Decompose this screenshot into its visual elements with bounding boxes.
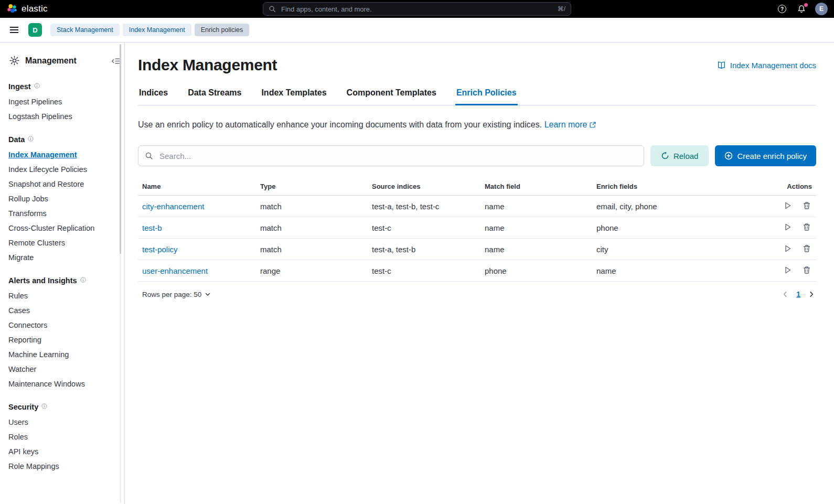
policy-type: match bbox=[256, 217, 368, 239]
sidebar-title: Management bbox=[25, 56, 77, 66]
newsfeed-button[interactable] bbox=[796, 3, 807, 15]
user-avatar[interactable]: E bbox=[815, 3, 828, 15]
sidebar-item-connectors[interactable]: Connectors bbox=[8, 318, 115, 333]
delete-policy-button[interactable] bbox=[801, 243, 812, 255]
enrich-policies-table: Name Type Source indices Match field Enr… bbox=[138, 178, 816, 282]
help-button[interactable]: ? bbox=[776, 3, 788, 15]
table-footer: Rows per page: 50 1 bbox=[138, 289, 816, 299]
reload-button[interactable]: Reload bbox=[650, 145, 709, 166]
table-row: city-enhancement match test-a, test-b, t… bbox=[138, 196, 816, 217]
column-header-match-field: Match field bbox=[480, 178, 592, 196]
page-number-1[interactable]: 1 bbox=[796, 290, 800, 298]
info-icon bbox=[34, 83, 40, 89]
sidebar-item-cases[interactable]: Cases bbox=[8, 303, 115, 318]
sidebar-item-roles[interactable]: Roles bbox=[8, 430, 115, 444]
sidebar-item-rules[interactable]: Rules bbox=[8, 288, 115, 303]
sidebar-item-remote-clusters[interactable]: Remote Clusters bbox=[8, 235, 115, 250]
sidebar-item-users[interactable]: Users bbox=[8, 415, 115, 430]
sidebar-item-cross-cluster-replication[interactable]: Cross-Cluster Replication bbox=[8, 221, 115, 235]
brand-wordmark: elastic bbox=[22, 4, 48, 14]
sidebar-section-security: Security Users Roles API keys Role Mappi… bbox=[8, 403, 115, 474]
execute-policy-button[interactable] bbox=[783, 222, 793, 234]
policy-source-indices: test-a, test-b, test-c bbox=[368, 196, 480, 217]
sidebar-item-maintenance-windows[interactable]: Maintenance Windows bbox=[8, 377, 115, 391]
sidebar-item-index-lifecycle-policies[interactable]: Index Lifecycle Policies bbox=[8, 162, 115, 177]
tab-data-streams[interactable]: Data Streams bbox=[187, 85, 242, 105]
sidebar-item-logstash-pipelines[interactable]: Logstash Pipelines bbox=[8, 109, 115, 124]
execute-policy-button[interactable] bbox=[783, 265, 793, 277]
learn-more-link[interactable]: Learn more bbox=[544, 119, 596, 131]
sidebar-item-role-mappings[interactable]: Role Mappings bbox=[8, 459, 115, 474]
policy-name-link[interactable]: user-enhancement bbox=[142, 266, 208, 275]
table-row: test-b match test-c name phone bbox=[138, 217, 816, 239]
sidebar-item-api-keys[interactable]: API keys bbox=[8, 444, 115, 459]
breadcrumb-enrich-policies: Enrich policies bbox=[195, 24, 250, 36]
page-description: Use an enrich policy to automatically en… bbox=[138, 119, 816, 131]
delete-policy-button[interactable] bbox=[801, 200, 812, 212]
sidebar-item-snapshot-and-restore[interactable]: Snapshot and Restore bbox=[8, 177, 115, 191]
space-badge[interactable]: D bbox=[28, 23, 42, 37]
breadcrumb: Stack Management Index Management Enrich… bbox=[50, 24, 249, 36]
policy-name-link[interactable]: test-b bbox=[142, 223, 162, 232]
info-icon bbox=[80, 277, 86, 283]
breadcrumb-index-management[interactable]: Index Management bbox=[123, 24, 191, 36]
delete-policy-button[interactable] bbox=[801, 222, 812, 234]
table-row: test-policy match test-a, test-b name ci… bbox=[138, 239, 816, 260]
sidebar-item-watcher[interactable]: Watcher bbox=[8, 362, 115, 377]
column-header-type: Type bbox=[256, 178, 368, 196]
sidebar-scrollbar-thumb[interactable] bbox=[120, 44, 121, 254]
next-page-button[interactable] bbox=[807, 289, 816, 299]
policy-type: match bbox=[256, 239, 368, 260]
column-header-source-indices: Source indices bbox=[368, 178, 480, 196]
policy-match-field: name bbox=[480, 217, 592, 239]
notification-dot bbox=[804, 3, 808, 7]
policy-type: range bbox=[256, 260, 368, 282]
column-header-actions: Actions bbox=[768, 178, 816, 196]
tab-indices[interactable]: Indices bbox=[138, 85, 169, 105]
breadcrumb-stack-management[interactable]: Stack Management bbox=[50, 24, 120, 36]
table-row: user-enhancement range test-c phone name bbox=[138, 260, 816, 282]
create-enrich-policy-button[interactable]: Create enrich policy bbox=[715, 145, 816, 166]
documentation-icon bbox=[717, 61, 726, 70]
plus-in-circle-icon bbox=[724, 152, 733, 160]
policy-search-input[interactable] bbox=[158, 151, 637, 161]
execute-policy-button[interactable] bbox=[783, 243, 793, 255]
global-search[interactable]: ⌘/ bbox=[263, 2, 571, 16]
execute-policy-button[interactable] bbox=[783, 200, 793, 212]
policy-enrich-fields: name bbox=[592, 260, 768, 282]
policy-source-indices: test-c bbox=[368, 217, 480, 239]
tab-enrich-policies[interactable]: Enrich Policies bbox=[455, 85, 518, 105]
sidebar-item-migrate[interactable]: Migrate bbox=[8, 250, 115, 265]
sidebar-item-index-management[interactable]: Index Management bbox=[8, 147, 115, 162]
policy-name-link[interactable]: city-enhancement bbox=[142, 202, 204, 211]
sidebar-item-reporting[interactable]: Reporting bbox=[8, 333, 115, 347]
sidebar-item-transforms[interactable]: Transforms bbox=[8, 206, 115, 221]
sidebar-item-rollup-jobs[interactable]: Rollup Jobs bbox=[8, 191, 115, 206]
sidebar-item-ingest-pipelines[interactable]: Ingest Pipelines bbox=[8, 94, 115, 109]
menu-button[interactable] bbox=[7, 23, 21, 37]
global-header: elastic ⌘/ ? E bbox=[0, 0, 834, 18]
docs-link[interactable]: Index Management docs bbox=[717, 61, 816, 70]
previous-page-button[interactable] bbox=[780, 289, 790, 299]
policy-name-link[interactable]: test-policy bbox=[142, 245, 178, 254]
section-label-data: Data bbox=[8, 135, 25, 144]
tab-component-templates[interactable]: Component Templates bbox=[346, 85, 437, 105]
section-label-ingest: Ingest bbox=[8, 82, 31, 91]
docs-link-label: Index Management docs bbox=[730, 61, 816, 70]
tab-bar: Indices Data Streams Index Templates Com… bbox=[138, 85, 816, 105]
sidebar-item-machine-learning[interactable]: Machine Learning bbox=[8, 347, 115, 362]
help-icon: ? bbox=[778, 5, 786, 13]
tab-index-templates[interactable]: Index Templates bbox=[260, 85, 327, 105]
policy-search[interactable] bbox=[138, 145, 644, 166]
sidebar-section-alerts-insights: Alerts and Insights Rules Cases Connecto… bbox=[8, 276, 115, 391]
delete-policy-button[interactable] bbox=[801, 265, 812, 277]
elastic-home-link[interactable]: elastic bbox=[6, 3, 48, 15]
global-search-input[interactable] bbox=[280, 5, 553, 14]
elastic-logo-icon bbox=[6, 3, 18, 15]
chevron-down-icon bbox=[205, 291, 211, 297]
column-header-name: Name bbox=[138, 178, 256, 196]
sidebar-section-ingest: Ingest Ingest Pipelines Logstash Pipelin… bbox=[8, 82, 115, 124]
section-label-security: Security bbox=[8, 403, 38, 411]
rows-per-page-button[interactable]: Rows per page: 50 bbox=[138, 291, 211, 298]
policy-enrich-fields: city bbox=[592, 239, 768, 260]
